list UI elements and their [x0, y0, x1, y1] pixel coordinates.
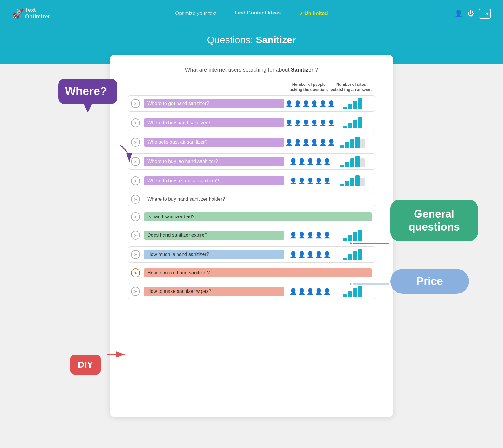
where-arrow [114, 142, 138, 166]
row-action-btn[interactable]: ➤ [131, 195, 140, 204]
metrics-area: 👤👤👤👤👤 [290, 156, 372, 167]
question-row: ➤Where to buy ozium air sanitizer?👤👤👤👤👤 [128, 173, 375, 189]
diy-bubble: DIY [70, 355, 101, 375]
where-bubble-text: Where? [65, 85, 107, 98]
bar-chart [343, 98, 362, 109]
person-gray-icon: 👤 [319, 119, 327, 126]
metrics-area: 👤👤👤👤👤👤 [290, 98, 372, 109]
people-metric: 👤👤👤👤👤 [290, 156, 330, 167]
user-icon[interactable]: 👤 [454, 10, 463, 18]
question-text: How to make sanitizer wipes? [144, 287, 284, 296]
nav-find-content[interactable]: Find Content Ideas [235, 10, 281, 17]
bar-teal [355, 137, 360, 148]
person-gray-icon: 👤 [306, 251, 314, 258]
row-action-btn[interactable]: ➤ [131, 287, 140, 296]
general-bubble: General questions [390, 200, 478, 241]
bar-teal [340, 145, 344, 148]
bar-teal [340, 165, 344, 167]
bar-teal [343, 126, 347, 128]
person-orange-icon: 👤 [290, 288, 297, 295]
people-metric: 👤👤👤👤👤 [290, 175, 330, 186]
price-arrow [350, 278, 392, 290]
question-row: ➤How much is hand sanitizer?👤👤👤👤👤 [128, 246, 375, 263]
bar-teal [345, 162, 349, 167]
row-action-btn[interactable]: ➤ [131, 176, 140, 185]
row-action-btn[interactable]: ➤ [131, 118, 140, 127]
subtitle-post: ? [314, 67, 318, 73]
bar-chart-metric [333, 117, 372, 128]
bar-chart-metric [333, 175, 372, 186]
bar-chart-metric [333, 137, 372, 148]
person-orange-icon: 👤 [306, 232, 314, 239]
person-orange-icon: 👤 [294, 119, 301, 126]
person-gray-icon: 👤 [315, 251, 322, 258]
bar-chart [343, 249, 362, 260]
logo-line2: Optimizer [25, 14, 50, 20]
bar-chart-metric [333, 98, 372, 109]
metrics-area: 👤👤👤👤👤 [290, 249, 372, 260]
person-gray-icon: 👤 [323, 158, 331, 165]
power-icon[interactable]: ⏻ [467, 10, 474, 18]
person-orange-icon: 👤 [302, 100, 310, 107]
person-orange-icon: 👤 [306, 158, 314, 165]
main-content: Where? General questions P [110, 55, 393, 417]
lang-selector-wrapper[interactable] [479, 9, 491, 19]
questions-list: ➤Where to get hand sanitizer?👤👤👤👤👤👤➤Wher… [128, 95, 375, 299]
bar-teal [343, 294, 347, 297]
where-bubble: Where? [58, 79, 117, 104]
person-orange-icon: 👤 [311, 100, 318, 107]
person-orange-icon: 👤 [298, 251, 306, 258]
question-text: Where to buy hand sanitizer holder? [144, 195, 372, 204]
bar-gray [360, 178, 365, 186]
row-action-btn[interactable]: ➤ [131, 212, 140, 221]
person-orange-icon: 👤 [285, 139, 293, 146]
question-row: ➤Where to buy hand sanitizer?👤👤👤👤👤👤 [128, 115, 375, 131]
bar-teal [350, 139, 354, 148]
question-row: ➤Where to get hand sanitizer?👤👤👤👤👤👤 [128, 95, 375, 112]
diy-bubble-text: DIY [78, 360, 93, 370]
person-orange-icon: 👤 [285, 100, 293, 107]
question-text: Where to buy hand sanitizer? [144, 118, 284, 127]
people-metric: 👤👤👤👤👤👤 [290, 98, 330, 109]
bar-chart-metric [333, 249, 372, 260]
logo-icon: 🚀 [12, 8, 23, 19]
question-row: ➤How to make sanitizer wipes?👤👤👤👤👤 [128, 283, 375, 299]
bar-teal [358, 249, 362, 260]
question-text: How to make hand sanitizer? [144, 268, 372, 277]
price-bubble-text: Price [416, 275, 443, 287]
question-text: How much is hand sanitizer? [144, 250, 284, 259]
subtitle: What are internet users searching for ab… [128, 67, 375, 73]
person-orange-icon: 👤 [302, 119, 310, 126]
people-metric: 👤👤👤👤👤👤 [290, 117, 330, 128]
nav-optimize[interactable]: Optimize your text [175, 11, 216, 17]
row-action-btn[interactable]: ➤ [131, 268, 140, 277]
row-action-btn[interactable]: ➤ [131, 250, 140, 259]
person-orange-icon: 👤 [315, 232, 322, 239]
lang-select[interactable] [479, 9, 491, 19]
header: 🚀 Text Optimizer Optimize your text Find… [0, 0, 503, 27]
row-action-btn[interactable]: ➤ [131, 231, 140, 240]
question-text: Where to buy ozium air sanitizer? [144, 176, 284, 185]
person-gray-icon: 👤 [323, 177, 331, 184]
question-row: ➤Is hand sanitizer bad? [128, 210, 375, 224]
col-header-sites: Number of sites publishing an answer: [330, 82, 372, 92]
bar-teal [345, 181, 349, 186]
person-orange-icon: 👤 [294, 100, 301, 107]
question-text: Does hand sanitizer expire? [144, 231, 284, 240]
bar-teal [353, 101, 357, 109]
logo-text: Text Optimizer [25, 7, 50, 20]
table-header: Number of people asking the question: Nu… [128, 82, 375, 92]
question-text: Is hand sanitizer bad? [144, 212, 372, 221]
person-orange-icon: 👤 [290, 177, 297, 184]
bar-teal [353, 120, 357, 128]
unlimited-label: Unlimited [304, 11, 328, 17]
person-orange-icon: 👤 [306, 177, 314, 184]
bar-gray [360, 158, 365, 167]
bar-chart [340, 137, 365, 148]
person-orange-icon: 👤 [302, 139, 310, 146]
person-gray-icon: 👤 [319, 100, 327, 107]
row-action-btn[interactable]: ➤ [131, 99, 140, 108]
people-metric: 👤👤👤👤👤 [290, 286, 330, 297]
person-orange-icon: 👤 [298, 288, 306, 295]
people-metric: 👤👤👤👤👤 [290, 249, 330, 260]
